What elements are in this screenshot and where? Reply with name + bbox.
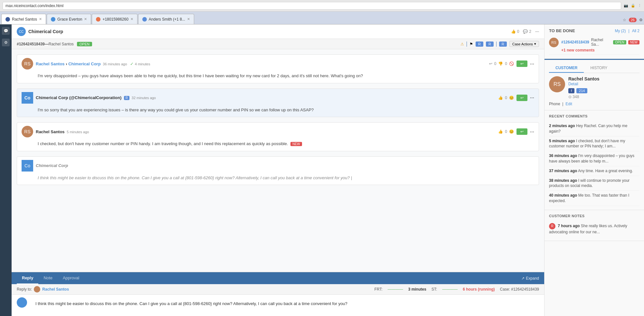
unlike-0: 0 — [505, 61, 507, 66]
customer-tab-history[interactable]: HISTORY — [584, 64, 614, 73]
rachel-link[interactable]: Rachel Santos — [36, 61, 65, 66]
conversation-area[interactable]: RS Rachel Santos › Chimerical Corp 36 mi… — [12, 49, 544, 272]
tab-anders-label: Anders Smith (+1 8... — [149, 17, 185, 22]
comment-1-time: 2 minutes ago — [549, 124, 575, 128]
todo-my-tab[interactable]: My (2) — [615, 29, 626, 33]
plus-new-comments: +1 new comments — [561, 48, 595, 52]
message-4-header: Co Chimerical Corp — [17, 157, 539, 173]
contact-header-right: 👍 0 💬 2 — — [511, 29, 539, 34]
comment-count: 2 — [529, 29, 531, 34]
emoji-3-icon[interactable]: 😊 — [509, 129, 514, 134]
like-3-icon[interactable]: 👍 — [498, 129, 503, 134]
edit-link[interactable]: Edit — [565, 102, 572, 106]
phone-edit-area: Phone | Edit — [549, 102, 639, 106]
tab-rachel-close[interactable]: ✕ — [39, 17, 42, 21]
message-3: RS Rachel Santos 5 minutes ago 👍 0 😊 ↩ ⋯ — [17, 122, 539, 151]
r-badge: R — [124, 96, 129, 100]
comment-icon: 💬 — [523, 29, 528, 34]
frt-label: FRT: — [374, 287, 383, 292]
msg-2-icon-row: 👍 0 😊 — [498, 96, 514, 100]
msg-3-reply-btn[interactable]: ↩ — [516, 128, 527, 135]
frt-st-area: FRT: ———— 3 minutes ST: ———— 6 hours (ru… — [374, 287, 495, 292]
contact-name: Chimerical Corp — [28, 29, 63, 34]
like-2-0: 0 — [505, 96, 507, 100]
message-2-avatar: Co — [22, 92, 33, 104]
msg-1-more[interactable]: ⋯ — [530, 61, 534, 66]
comment-2-time: 5 minutes ago — [549, 139, 575, 143]
left-sidebar: 💬 ⚙ — [0, 24, 12, 316]
r-btn-3[interactable]: R — [499, 42, 507, 47]
todo-avatar-1: RS — [549, 38, 559, 47]
url-bar[interactable]: max.niceincontact.com/index.html — [3, 2, 621, 10]
em-dash: — — [45, 42, 49, 46]
phone-label: Phone — [549, 102, 560, 106]
no-icon[interactable]: 🚫 — [509, 61, 514, 66]
like-area: 👍 0 — [511, 29, 519, 34]
company-link[interactable]: Chimerical Corp — [68, 61, 100, 66]
unlike-icon[interactable]: 👎 — [498, 61, 503, 66]
msg-2-reply-btn[interactable]: ↩ — [516, 95, 527, 101]
tab-anders[interactable]: Anders Smith (+1 8... ✕ — [138, 14, 194, 24]
settings-icon[interactable]: ⚙ — [639, 18, 643, 22]
sidebar-icon-settings[interactable]: ⚙ — [2, 39, 10, 46]
reply-input-area: I think this might be easier to discuss … — [12, 295, 544, 316]
phone-tab-icon — [96, 17, 100, 22]
r-btn-2[interactable]: R — [486, 42, 494, 47]
reply-meta: Reply to: Rachel Santos FRT: ———— 3 minu… — [12, 284, 544, 295]
tab-phone[interactable]: +18015986260 ✕ — [92, 14, 137, 24]
customer-tab-customer[interactable]: CUSTOMER — [549, 64, 584, 73]
reply-to-area: Reply to: Rachel Santos — [17, 286, 69, 293]
todo-new-comments: +1 new comments — [561, 48, 639, 52]
count-badge: 214 — [576, 88, 587, 93]
reply-tab-note[interactable]: Note — [38, 272, 57, 284]
reply-to-name: Rachel Santos — [42, 287, 69, 292]
comment-1: 2 minutes ago Hey Rachel. Can you help m… — [549, 121, 639, 136]
message-1-sender: Rachel Santos › Chimerical Corp — [36, 61, 102, 66]
todo-title: TO BE DONE — [549, 28, 575, 33]
message-1-sender-area: Rachel Santos › Chimerical Corp 36 minut… — [36, 61, 150, 66]
todo-section: TO BE DONE My (2) | All 2 RS #1264245184… — [545, 24, 644, 59]
contact-avatar: CC — [17, 27, 26, 36]
detail-link[interactable]: Detail — [568, 82, 578, 86]
msg-3-more[interactable]: ⋯ — [530, 129, 534, 134]
note-1-time: 7 hours ago — [558, 224, 580, 228]
reply-tab-reply[interactable]: Reply — [17, 272, 38, 284]
tab-grace-close[interactable]: ✕ — [84, 17, 87, 21]
message-2-sender-area: Chimerical Corp (@ChimericalCorporation)… — [36, 95, 156, 100]
content-area: CC Chimerical Corp 👍 0 💬 2 — #1264245184… — [12, 24, 544, 316]
note-1: R 7 hours ago She really likes us. Activ… — [549, 221, 639, 237]
todo-all-tab[interactable]: All 2 — [632, 29, 639, 33]
case-actions-btn[interactable]: Case Actions ▾ — [509, 41, 539, 47]
message-4-sender-area: Chimerical Corp — [36, 163, 68, 168]
reply-input[interactable]: I think this might be easier to discuss … — [30, 297, 539, 313]
msg-2-more[interactable]: ⋯ — [530, 95, 534, 100]
st-bar: ———— — [442, 287, 458, 292]
contact-header: CC Chimerical Corp 👍 0 💬 2 — — [12, 24, 544, 39]
grace-icon — [51, 17, 55, 22]
tab-grace[interactable]: Grace Everton ✕ — [47, 14, 91, 24]
browser-icons: 📷 🔒 ⋮ — [624, 4, 641, 8]
fb-badge: f — [568, 88, 574, 93]
message-3-sender: Rachel Santos — [36, 129, 65, 134]
msg-1-reply-btn[interactable]: ↩ — [516, 60, 527, 67]
comment-2: 5 minutes ago I checked, but don't have … — [549, 136, 639, 152]
more-icon[interactable]: — — [535, 29, 539, 34]
divider — [467, 42, 467, 47]
msg-1-icon-row: ↩ 0 👎 0 🚫 — [489, 61, 514, 66]
message-1-avatar: RS — [22, 58, 33, 70]
r-btn-1[interactable]: R — [476, 42, 483, 47]
customer-avatar: RS — [549, 76, 565, 92]
todo-case-id[interactable]: #126424518439 — [561, 40, 589, 44]
check-icon: ✓ — [130, 61, 134, 66]
emoji-2-icon[interactable]: 😊 — [509, 96, 514, 100]
expand-btn[interactable]: ↗ Expand — [521, 276, 539, 281]
message-3-time: 5 minutes ago — [66, 130, 89, 134]
reply-icon[interactable]: ↩ — [489, 61, 492, 66]
tab-phone-close[interactable]: ✕ — [130, 17, 133, 21]
sidebar-icon-chat[interactable]: 💬 — [2, 27, 10, 35]
like-2-icon[interactable]: 👍 — [498, 96, 503, 100]
tab-anders-close[interactable]: ✕ — [187, 17, 190, 21]
tab-rachel[interactable]: Rachel Santos ✕ — [1, 14, 46, 24]
anders-icon — [142, 17, 147, 22]
reply-tab-approval[interactable]: Approval — [58, 272, 84, 284]
